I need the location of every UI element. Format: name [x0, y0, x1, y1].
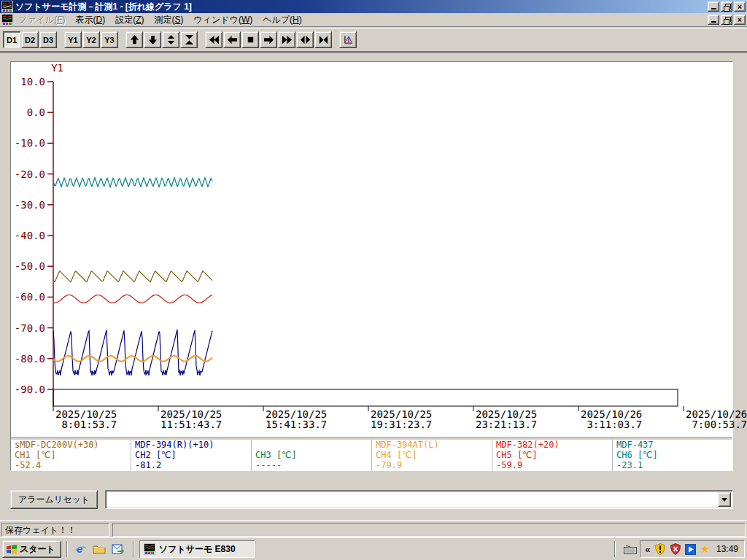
channel-label: CH3 [℃] [255, 450, 368, 460]
graph-settings-button[interactable] [339, 31, 357, 48]
taskbar-separator [133, 541, 134, 557]
task-button-softthermo[interactable]: ソフトサーモ E830 [139, 540, 255, 558]
chart-canvas: Y110.00.0-10.0-20.0-30.0-40.0-50.0-60.0-… [11, 62, 734, 437]
menu-window[interactable]: ウィンドウ(W) [189, 12, 258, 28]
child-restore-button[interactable] [721, 15, 732, 25]
channel-label: CH2 [℃] [135, 450, 247, 460]
channel-legend: sMDF-DC200V(+30) CH1 [℃] -52.4 MDF-394(R… [11, 440, 732, 471]
channel-label: CH6 [℃] [616, 450, 729, 460]
legend-cell: sMDF-DC200V(+30) CH1 [℃] -52.4 [11, 440, 131, 471]
expand-vertical-button[interactable] [162, 31, 179, 48]
y-tick-label: -60.0 [15, 291, 45, 303]
start-button[interactable]: スタート [2, 540, 61, 558]
d2-button[interactable]: D2 [21, 31, 39, 48]
y-tick-label: -90.0 [15, 384, 45, 395]
status-message: 保存ウェイト！！ [5, 525, 76, 535]
y-tick-label: -30.0 [15, 199, 45, 211]
alarm-row: アラームリセット [10, 489, 733, 510]
security-alert-shield-icon[interactable] [654, 543, 666, 555]
menu-measure[interactable]: 測定(S) [149, 12, 188, 28]
compress-horizontal-button[interactable] [314, 31, 332, 48]
combo-dropdown-button[interactable] [718, 492, 731, 507]
system-tray: « ★ 13:49 [640, 540, 745, 558]
restore-button[interactable] [721, 1, 732, 12]
keyboard-language-icon[interactable] [621, 541, 640, 557]
taskbar-clock: 13:49 [716, 544, 738, 554]
window-title: ソフトサーモ計測－計測1 - [折れ線グラフ 1] [15, 1, 708, 13]
compress-vertical-icon [184, 34, 195, 45]
channel-name: MDF-394(R)(+10) [135, 440, 247, 450]
compress-vertical-button[interactable] [180, 31, 198, 48]
alarm-reset-button[interactable]: アラームリセット [10, 490, 98, 509]
close-icon: × [738, 16, 742, 24]
taskbar-separator [614, 541, 616, 557]
channel-name: MDF-382(+20) [496, 440, 608, 450]
fast-forward-button[interactable] [278, 31, 295, 48]
close-button[interactable]: × [734, 1, 746, 12]
folder-icon[interactable] [91, 541, 107, 557]
x-tick-time: 23:21:13.7 [476, 419, 537, 430]
d1-button[interactable]: D1 [3, 31, 20, 48]
taskbar-separator [66, 541, 68, 557]
status-message-panel: 保存ウェイト！！ [1, 523, 109, 537]
star-tray-icon[interactable]: ★ [700, 543, 710, 555]
scroll-down-button[interactable] [144, 31, 161, 48]
minimize-button[interactable] [708, 1, 719, 12]
scroll-up-button[interactable] [125, 31, 143, 48]
channel-value: -59.9 [496, 460, 608, 470]
stop-button[interactable] [241, 31, 259, 48]
minimize-icon [711, 4, 716, 9]
series-ch6 [53, 178, 212, 187]
channel-label: CH5 [℃] [496, 450, 608, 460]
y-tick-label: -70.0 [15, 322, 45, 334]
y3-button[interactable]: Y3 [101, 31, 118, 48]
title-bar: ソフトサーモ計測－計測1 - [折れ線グラフ 1] × [0, 0, 747, 13]
legend-cell: MDF-437 CH6 [℃] -23.1 [612, 440, 732, 471]
menu-view[interactable]: 表示(D) [70, 12, 110, 28]
tray-chevron-icon[interactable]: « [645, 544, 650, 555]
fast-backward-button[interactable] [205, 31, 222, 48]
series-ch5 [53, 295, 212, 303]
start-label: スタート [20, 543, 55, 556]
legend-cell: CH3 [℃] ----- [251, 440, 371, 471]
internet-explorer-icon[interactable]: e [73, 541, 89, 557]
x-tick-time: 15:41:33.7 [266, 419, 327, 430]
d3-button[interactable]: D3 [39, 31, 57, 48]
channel-name: MDF-394AT(L) [376, 440, 488, 450]
y-axis-title: Y1 [51, 62, 63, 74]
menu-settings[interactable]: 設定(Z) [110, 12, 149, 28]
step-forward-button[interactable] [260, 31, 277, 48]
right-arrow-icon [263, 34, 274, 45]
expand-horizontal-button[interactable] [296, 31, 314, 48]
y2-button[interactable]: Y2 [82, 31, 100, 48]
channel-label: CH4 [℃] [376, 450, 488, 460]
left-arrow-icon [227, 34, 238, 45]
legend-cell: MDF-382(+20) CH5 [℃] -59.9 [492, 440, 612, 471]
y-tick-label: -50.0 [15, 260, 45, 272]
y1-button[interactable]: Y1 [64, 31, 82, 48]
alarm-combobox[interactable] [105, 490, 733, 509]
y-tick-label: -20.0 [15, 168, 45, 180]
media-player-tray-icon[interactable] [685, 543, 697, 555]
outlook-express-icon[interactable] [109, 541, 125, 557]
restore-icon [724, 17, 730, 23]
app-icon [1, 1, 13, 12]
step-backward-button[interactable] [223, 31, 241, 48]
channel-value: -79.9 [376, 460, 488, 470]
restore-icon [724, 4, 730, 10]
taskbar: スタート e ソフトサーモ E830 [0, 537, 747, 560]
document-icon [1, 14, 13, 26]
x-tick-time: 8:01:53.7 [55, 419, 117, 430]
y-tick-label: -10.0 [15, 137, 45, 149]
chevron-down-icon [721, 498, 727, 502]
child-minimize-button[interactable] [708, 15, 719, 25]
menu-file[interactable]: ファイル(F) [13, 12, 70, 28]
menu-help[interactable]: ヘルプ(H) [258, 12, 307, 28]
child-close-button[interactable]: × [734, 15, 746, 25]
up-arrow-icon [129, 34, 140, 45]
channel-value: -52.4 [15, 460, 127, 470]
graph-icon [343, 34, 354, 45]
security-error-shield-icon[interactable] [670, 543, 681, 555]
channel-value: -23.1 [616, 460, 729, 470]
stop-icon [245, 34, 256, 45]
